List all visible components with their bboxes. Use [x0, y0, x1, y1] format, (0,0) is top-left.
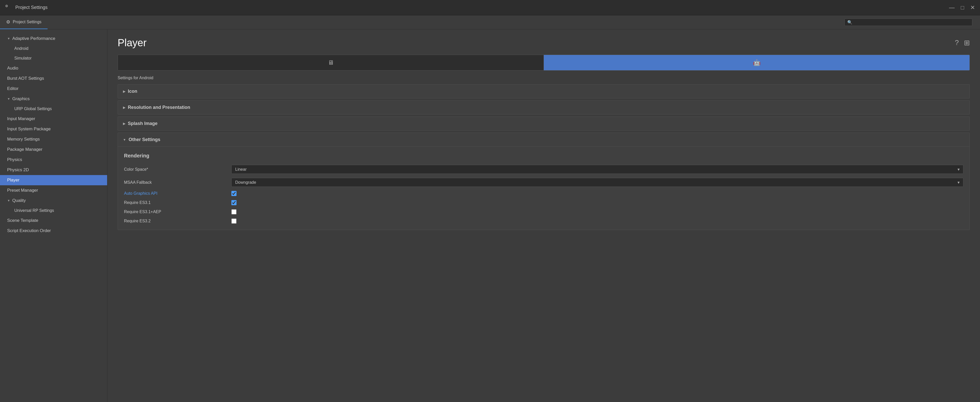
- sidebar-item-label: Audio: [7, 66, 18, 71]
- app-icon: ⚙: [5, 4, 12, 11]
- sidebar-item-memory-settings[interactable]: Memory Settings: [0, 134, 107, 145]
- desktop-icon: 🖥: [328, 59, 334, 66]
- require-es32-checkbox-wrapper: [231, 219, 963, 224]
- sidebar-item-audio[interactable]: Audio: [0, 63, 107, 73]
- msaa-fallback-dropdown[interactable]: Downgrade None: [231, 178, 963, 187]
- require-es32-value: [231, 219, 963, 224]
- sidebar-item-physics-2d[interactable]: Physics 2D: [0, 165, 107, 175]
- sidebar-item-physics[interactable]: Physics: [0, 155, 107, 165]
- sidebar-item-label: Preset Manager: [7, 188, 38, 193]
- sidebar-item-label: Player: [7, 178, 19, 183]
- sidebar-item-label: Android: [14, 46, 29, 51]
- require-es31-aep-label: Require ES3.1+AEP: [124, 210, 231, 214]
- sidebar-item-script-execution[interactable]: Script Execution Order: [0, 226, 107, 236]
- color-space-dropdown[interactable]: Linear Gamma: [231, 165, 963, 174]
- sidebar-item-input-manager[interactable]: Input Manager: [0, 114, 107, 124]
- sidebar-item-burst-aot[interactable]: Burst AOT Settings: [0, 73, 107, 84]
- platform-tabs: 🖥 🤖: [118, 55, 970, 70]
- msaa-fallback-value: Downgrade None ▼: [231, 178, 963, 187]
- auto-graphics-api-value: [231, 191, 963, 196]
- require-es31-checkbox[interactable]: [231, 200, 237, 205]
- maximize-button[interactable]: □: [961, 5, 964, 11]
- require-es31-aep-value: [231, 209, 963, 215]
- auto-graphics-api-label[interactable]: Auto Graphics API: [124, 191, 231, 196]
- sidebar-item-urp-global[interactable]: URP Global Settings: [0, 104, 107, 114]
- title-bar-left: ⚙ Project Settings: [5, 4, 48, 11]
- auto-graphics-api-row: Auto Graphics API: [124, 189, 963, 198]
- require-es31-checkbox-wrapper: [231, 200, 963, 205]
- color-space-value: Linear Gamma ▼: [231, 165, 963, 174]
- minimize-button[interactable]: —: [949, 5, 955, 11]
- sidebar-item-adaptive-performance[interactable]: ▼ Adaptive Performance: [0, 33, 107, 44]
- splash-section-header[interactable]: ▶ Splash Image: [118, 117, 969, 130]
- icon-section: ▶ Icon: [118, 84, 970, 99]
- sidebar-item-label: Physics 2D: [7, 167, 29, 173]
- require-es32-row: Require ES3.2: [124, 216, 963, 226]
- search-bar: 🔍: [845, 19, 972, 26]
- msaa-fallback-row: MSAA Fallback Downgrade None ▼: [124, 176, 963, 189]
- project-settings-tab[interactable]: ⚙ Project Settings: [0, 15, 48, 29]
- require-es31-aep-row: Require ES3.1+AEP: [124, 207, 963, 216]
- sidebar-item-label: Input Manager: [7, 116, 35, 121]
- sidebar-item-label: URP Global Settings: [14, 106, 52, 111]
- header-icons: ? ⊞: [955, 38, 970, 47]
- gear-icon: ⚙: [6, 19, 10, 25]
- window-title: Project Settings: [15, 5, 48, 10]
- require-es31-label: Require ES3.1: [124, 200, 231, 205]
- sidebar-item-label: Physics: [7, 157, 22, 162]
- layout-icon[interactable]: ⊞: [964, 38, 970, 47]
- content-area: Player ? ⊞ 🖥 🤖 Settings for Android ▶ Ic…: [107, 29, 980, 402]
- tab-bar: ⚙ Project Settings 🔍: [0, 15, 980, 29]
- sidebar-item-package-manager[interactable]: Package Manager: [0, 145, 107, 155]
- splash-section: ▶ Splash Image: [118, 116, 970, 130]
- icon-section-header[interactable]: ▶ Icon: [118, 84, 969, 98]
- desktop-tab[interactable]: 🖥: [118, 55, 544, 70]
- expand-arrow: ▼: [7, 97, 10, 101]
- sidebar-item-input-system[interactable]: Input System Package: [0, 124, 107, 134]
- main-layout: ▼ Adaptive Performance Android Simulator…: [0, 29, 980, 402]
- search-icon: 🔍: [847, 20, 853, 25]
- sidebar-item-android[interactable]: Android: [0, 44, 107, 53]
- page-title: Player: [118, 37, 146, 49]
- sidebar-item-label: Memory Settings: [7, 137, 40, 142]
- help-icon[interactable]: ?: [955, 38, 959, 47]
- sidebar-item-simulator[interactable]: Simulator: [0, 53, 107, 63]
- require-es32-checkbox[interactable]: [231, 219, 237, 224]
- sidebar-item-player[interactable]: Player: [0, 175, 107, 185]
- android-icon: 🤖: [753, 59, 760, 66]
- sidebar-item-universal-rp[interactable]: Universal RP Settings: [0, 206, 107, 215]
- sidebar-item-label: Adaptive Performance: [12, 36, 55, 41]
- android-tab[interactable]: 🤖: [544, 55, 969, 70]
- other-settings-header[interactable]: ▼ Other Settings: [118, 133, 969, 146]
- sidebar-item-graphics[interactable]: ▼ Graphics: [0, 94, 107, 104]
- require-es31-aep-checkbox-wrapper: [231, 209, 963, 215]
- settings-for-label: Settings for Android: [118, 76, 970, 80]
- sidebar-item-scene-template[interactable]: Scene Template: [0, 215, 107, 226]
- section-arrow: ▶: [123, 106, 125, 110]
- tab-label: Project Settings: [13, 20, 41, 24]
- resolution-section: ▶ Resolution and Presentation: [118, 100, 970, 114]
- auto-graphics-api-checkbox[interactable]: [231, 191, 237, 196]
- require-es32-label: Require ES3.2: [124, 219, 231, 223]
- section-arrow: ▼: [123, 138, 126, 141]
- title-bar: ⚙ Project Settings — □ ✕: [0, 0, 980, 15]
- sidebar-item-label: Universal RP Settings: [14, 208, 54, 213]
- sidebar-item-label: Script Execution Order: [7, 228, 51, 234]
- require-es31-aep-checkbox[interactable]: [231, 209, 237, 215]
- msaa-fallback-label: MSAA Fallback: [124, 180, 231, 185]
- close-button[interactable]: ✕: [970, 5, 975, 11]
- sidebar-item-quality[interactable]: ▼ Quality: [0, 195, 107, 206]
- other-settings-content: Rendering Color Space* Linear Gamma ▼ MS…: [118, 146, 969, 230]
- require-es31-row: Require ES3.1: [124, 198, 963, 207]
- color-space-label: Color Space*: [124, 167, 231, 172]
- sidebar-item-label: Simulator: [14, 56, 32, 60]
- sidebar-item-label: Scene Template: [7, 218, 38, 223]
- other-settings-section: ▼ Other Settings Rendering Color Space* …: [118, 133, 970, 230]
- sidebar-item-preset-manager[interactable]: Preset Manager: [0, 185, 107, 195]
- resolution-section-header[interactable]: ▶ Resolution and Presentation: [118, 101, 969, 114]
- sidebar: ▼ Adaptive Performance Android Simulator…: [0, 29, 107, 402]
- sidebar-item-editor[interactable]: Editor: [0, 84, 107, 94]
- section-arrow: ▶: [123, 90, 125, 93]
- sidebar-item-label: Quality: [12, 198, 26, 203]
- search-input[interactable]: [854, 20, 969, 24]
